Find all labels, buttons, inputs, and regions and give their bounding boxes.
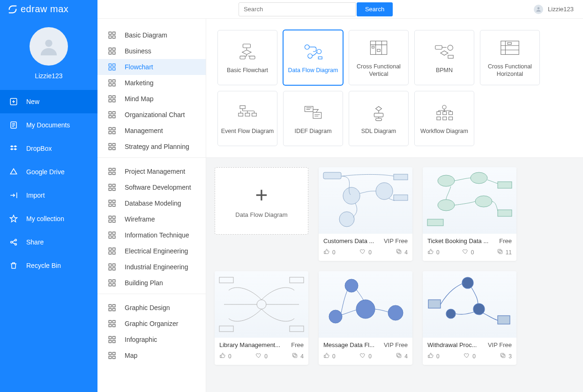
- template-card[interactable]: Ticket Booking Data ...Free0011: [423, 167, 516, 261]
- template-card[interactable]: Withdrawal Proc...VIP Free003: [423, 271, 516, 365]
- diagram-type-tile[interactable]: Cross Functional Vertical: [349, 30, 409, 85]
- category-icon: [108, 335, 116, 344]
- category-item[interactable]: Mind Map: [97, 91, 206, 107]
- diagram-type-tile[interactable]: BPMN: [414, 30, 474, 85]
- svg-point-98: [448, 45, 453, 50]
- category-item[interactable]: Flowchart: [97, 59, 206, 75]
- svg-rect-14: [113, 52, 115, 54]
- sidebar-item-my-collection[interactable]: My collection: [0, 207, 97, 230]
- user-menu[interactable]: Lizzie123: [534, 5, 574, 14]
- svg-rect-102: [240, 105, 245, 108]
- diagram-type-label: Event Flow Diagram: [221, 127, 274, 135]
- category-item[interactable]: Building Plan: [97, 275, 206, 291]
- category-item[interactable]: Software Development: [97, 179, 206, 195]
- category-item[interactable]: Strategy and Planning: [97, 139, 206, 155]
- svg-rect-139: [294, 355, 297, 358]
- diagram-type-tile[interactable]: IDEF Diagram: [283, 91, 343, 146]
- heart-icon: [359, 352, 366, 360]
- favorite-stat[interactable]: 0: [359, 248, 372, 256]
- category-section: Basic DiagramBusinessFlowchartMarketingM…: [97, 24, 206, 158]
- favorite-stat[interactable]: 0: [463, 352, 476, 360]
- svg-rect-51: [109, 216, 111, 218]
- thumbs-up-icon: [219, 352, 226, 360]
- diagram-type-tile[interactable]: Data Flow Diagram: [283, 30, 343, 85]
- sidebar-item-label: Google Drive: [26, 168, 65, 176]
- category-item[interactable]: Project Management: [97, 163, 206, 179]
- diagram-type-label: IDEF Diagram: [294, 127, 331, 135]
- sidebar-item-dropbox[interactable]: DropBox: [0, 137, 97, 160]
- category-icon: [108, 263, 116, 271]
- favorite-stat[interactable]: 0: [359, 352, 372, 360]
- sidebar-item-new[interactable]: New: [0, 90, 97, 113]
- search-input[interactable]: [239, 2, 356, 16]
- svg-rect-8: [113, 32, 115, 34]
- template-card[interactable]: Library Management...Free004: [215, 271, 308, 365]
- like-stat[interactable]: 0: [427, 352, 440, 360]
- heart-icon: [359, 248, 366, 256]
- template-title: Message Data Fl...: [323, 341, 380, 348]
- diagram-type-tile[interactable]: Workflow Diagram: [414, 91, 474, 146]
- category-item[interactable]: Marketing: [97, 75, 206, 91]
- diagram-type-tile[interactable]: Cross Functional Horizontal: [480, 30, 540, 85]
- sidebar-item-google-drive[interactable]: Google Drive: [0, 160, 97, 184]
- sidebar-item-recycle-bin[interactable]: Recycle Bin: [0, 254, 97, 277]
- like-stat[interactable]: 0: [219, 352, 232, 360]
- diagram-type-tile[interactable]: Event Flow Diagram: [217, 91, 277, 146]
- category-item[interactable]: Infographic: [97, 332, 206, 348]
- copy-stat[interactable]: 3: [500, 352, 512, 360]
- category-item[interactable]: Industrial Engineering: [97, 259, 206, 275]
- template-blank[interactable]: +Data Flow Diagram: [215, 167, 308, 235]
- like-stat[interactable]: 0: [427, 248, 440, 256]
- profile-username: Lizzie123: [0, 72, 97, 80]
- template-card[interactable]: Message Data Fl...VIP Free004: [319, 271, 412, 365]
- category-item[interactable]: Organizational Chart: [97, 107, 206, 123]
- svg-rect-30: [113, 116, 115, 118]
- copy-icon: [396, 352, 402, 360]
- svg-rect-152: [502, 355, 505, 358]
- svg-rect-22: [113, 84, 115, 86]
- category-item[interactable]: Database Modeling: [97, 195, 206, 211]
- like-stat[interactable]: 0: [323, 248, 336, 256]
- copy-stat[interactable]: 4: [396, 352, 408, 360]
- category-section: Project ManagementSoftware DevelopmentDa…: [97, 161, 206, 294]
- svg-point-149: [446, 309, 456, 318]
- copy-stat[interactable]: 4: [396, 248, 408, 256]
- sidebar-item-my-documents[interactable]: My Documents: [0, 113, 97, 137]
- category-item[interactable]: Wireframe: [97, 211, 206, 227]
- category-item[interactable]: Graphic Design: [97, 300, 206, 316]
- sidebar-item-share[interactable]: Share: [0, 230, 97, 254]
- svg-rect-133: [498, 249, 501, 252]
- diagram-type-label: Basic Flowchart: [227, 67, 268, 74]
- svg-rect-61: [109, 252, 111, 254]
- category-label: Marketing: [125, 79, 153, 87]
- category-item[interactable]: Information Technique: [97, 227, 206, 243]
- category-item[interactable]: Map: [97, 348, 206, 363]
- svg-point-119: [376, 183, 393, 200]
- svg-rect-19: [109, 80, 111, 82]
- favorite-stat[interactable]: 0: [462, 248, 474, 256]
- category-item[interactable]: Basic Diagram: [97, 27, 206, 43]
- category-item[interactable]: Graphic Organizer: [97, 316, 206, 332]
- template-card[interactable]: Customers Data ...VIP Free004: [319, 167, 412, 261]
- diagram-type-tile[interactable]: Basic Flowchart: [217, 30, 277, 85]
- svg-rect-137: [219, 326, 233, 332]
- diagram-type-tile[interactable]: SDL Diagram: [349, 91, 409, 146]
- diagram-type-icon: [367, 102, 390, 123]
- category-label: Electrical Engineering: [125, 247, 188, 255]
- category-item[interactable]: Electrical Engineering: [97, 243, 206, 259]
- search-button[interactable]: Search: [357, 2, 393, 16]
- svg-point-110: [442, 105, 446, 109]
- svg-point-118: [343, 187, 360, 204]
- category-label: Flowchart: [125, 63, 153, 71]
- favorite-stat[interactable]: 0: [255, 352, 268, 360]
- app-logo: edraw max: [0, 0, 97, 19]
- category-item[interactable]: Business: [97, 43, 206, 59]
- like-stat[interactable]: 0: [323, 352, 336, 360]
- svg-rect-48: [113, 200, 115, 202]
- svg-rect-86: [113, 356, 115, 359]
- sidebar-item-import[interactable]: Import: [0, 184, 97, 207]
- copy-stat[interactable]: 4: [292, 352, 304, 360]
- category-item[interactable]: Management: [97, 123, 206, 139]
- copy-stat[interactable]: 11: [497, 248, 512, 256]
- favorite-count: 0: [264, 353, 268, 360]
